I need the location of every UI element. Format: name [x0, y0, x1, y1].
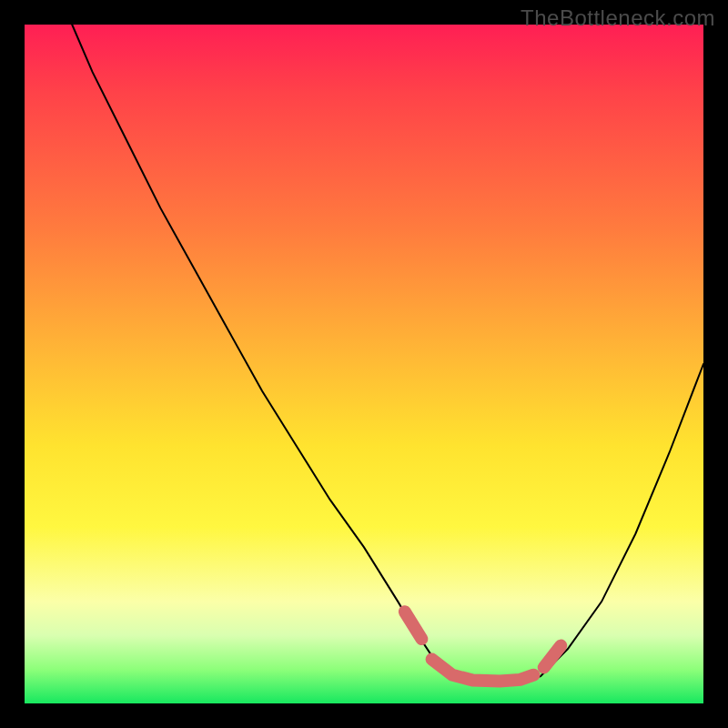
- optimal-segment-left: [405, 612, 422, 639]
- watermark-text: TheBottleneck.com: [521, 5, 715, 31]
- optimal-segment-flat: [432, 660, 534, 682]
- bottleneck-curve: [72, 25, 703, 683]
- gradient-background: [25, 25, 703, 703]
- chart-frame: TheBottleneck.com: [0, 0, 728, 728]
- optimal-segment-right: [544, 646, 561, 668]
- bottleneck-curve-svg: [25, 25, 703, 703]
